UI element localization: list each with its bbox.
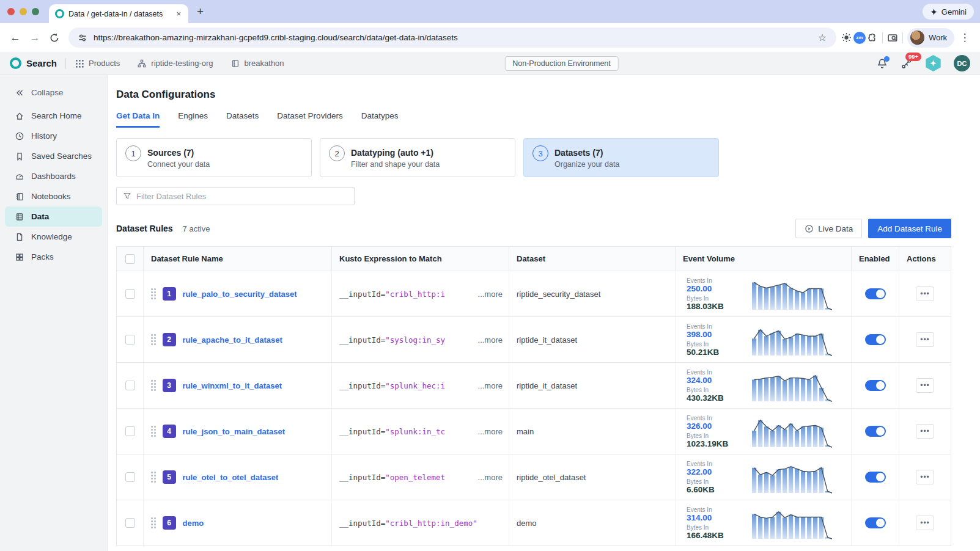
row-checkbox[interactable] (125, 335, 135, 345)
config-tab-get-data-in[interactable]: Get Data In (116, 111, 160, 128)
sidebar-item-knowledge[interactable]: Knowledge (5, 227, 102, 247)
fullscreen-window-button[interactable] (32, 8, 39, 15)
drag-handle-icon[interactable] (151, 334, 156, 345)
row-checkbox[interactable] (125, 518, 135, 528)
filter-input[interactable]: Filter Dataset Rules (116, 187, 355, 205)
sidebar-item-data[interactable]: Data (5, 206, 102, 227)
config-tab-dataset-providers[interactable]: Dataset Providers (277, 111, 342, 128)
more-link[interactable]: ...more (478, 473, 509, 482)
more-link[interactable]: ...more (478, 427, 509, 436)
drag-handle-icon[interactable] (151, 472, 156, 483)
enabled-toggle[interactable] (865, 472, 886, 483)
row-checkbox[interactable] (125, 472, 135, 482)
zoom-extension-icon[interactable]: zm (853, 32, 866, 44)
rule-name-link[interactable]: rule_palo_to_security_dataset (183, 290, 297, 299)
toolbar-divider (902, 32, 903, 43)
extension-sun-icon[interactable] (841, 32, 852, 43)
column-header[interactable]: Event Volume (675, 247, 851, 271)
gemini-button[interactable]: Gemini (923, 4, 974, 20)
sidebar-item-saved-searches[interactable]: Saved Searches (5, 146, 102, 166)
column-header[interactable]: Dataset Rule Name (143, 247, 331, 271)
browser-profile-button[interactable]: Work (907, 28, 954, 48)
column-header[interactable]: Kusto Expression to Match (331, 247, 509, 271)
rule-name-cell: 2 rule_apache_to_it_dataset (143, 317, 331, 362)
step-card[interactable]: 3 Datasets (7) Organize your data (523, 138, 719, 177)
row-checkbox[interactable] (125, 289, 135, 299)
site-settings-icon[interactable] (77, 32, 88, 43)
enabled-toggle[interactable] (865, 288, 886, 299)
enabled-toggle[interactable] (865, 380, 886, 391)
play-circle-icon (805, 224, 814, 233)
row-actions-button[interactable]: ••• (916, 378, 934, 393)
forward-button[interactable]: → (26, 29, 44, 47)
rule-name-link[interactable]: rule_apache_to_it_dataset (183, 335, 282, 345)
column-header[interactable]: Dataset (509, 247, 675, 271)
step-card[interactable]: 2 Datatyping (auto +1) Filter and shape … (320, 138, 515, 177)
rule-name-link[interactable]: demo (183, 519, 204, 528)
row-checkbox[interactable] (125, 381, 135, 390)
drag-handle-icon[interactable] (151, 517, 156, 528)
rule-name-link[interactable]: rule_winxml_to_it_dataset (183, 381, 282, 390)
events-in-label: Events In (687, 461, 743, 467)
browser-menu-button[interactable]: ⋮ (956, 29, 974, 47)
select-all-checkbox[interactable] (125, 254, 135, 264)
url-bar[interactable]: https://breakathon-amazing-mirzakhani-gc… (68, 27, 836, 48)
enabled-toggle[interactable] (865, 426, 886, 437)
row-actions-button[interactable]: ••• (916, 470, 934, 484)
rule-name-link[interactable]: rule_json_to_main_dataset (183, 427, 286, 436)
column-header[interactable]: Actions (899, 247, 951, 271)
url-text[interactable]: https://breakathon-amazing-mirzakhani-gc… (94, 33, 811, 42)
header-nav-item-products[interactable]: Products (75, 59, 120, 68)
updates-button[interactable]: 99+ (901, 57, 913, 70)
enabled-cell (851, 409, 899, 454)
add-dataset-rule-button[interactable]: Add Dataset Rule (868, 219, 951, 238)
app-header: Search Products riptide-testing-org brea… (0, 52, 980, 75)
config-tab-datatypes[interactable]: Datatypes (361, 111, 399, 128)
close-window-button[interactable] (7, 8, 15, 15)
new-tab-button[interactable]: + (188, 5, 212, 18)
column-header[interactable]: Enabled (851, 247, 899, 271)
row-checkbox[interactable] (125, 426, 135, 436)
drag-handle-icon[interactable] (151, 380, 156, 391)
tab-close-icon[interactable]: × (174, 9, 183, 18)
header-nav-item-riptide-testing-org[interactable]: riptide-testing-org (137, 59, 213, 68)
sidebar-item-search-home[interactable]: Search Home (5, 106, 102, 126)
browser-tab[interactable]: Data / get-data-in / datasets × (49, 4, 188, 23)
live-data-button[interactable]: Live Data (795, 219, 862, 238)
row-actions-button[interactable]: ••• (916, 424, 934, 439)
notifications-bell-button[interactable] (876, 57, 888, 70)
extensions-puzzle-icon[interactable] (867, 32, 878, 43)
more-link[interactable]: ...more (478, 290, 509, 299)
bookmark-star-icon[interactable]: ☆ (817, 32, 828, 43)
actions-cell: ••• (899, 271, 951, 316)
sidebar-item-notebooks[interactable]: Notebooks (5, 186, 102, 206)
app-brand[interactable]: Search (10, 57, 57, 69)
row-actions-button[interactable]: ••• (916, 516, 934, 530)
config-tab-datasets[interactable]: Datasets (226, 111, 259, 128)
sidebar-item-dashboards[interactable]: Dashboards (5, 166, 102, 186)
history-icon (15, 131, 24, 141)
ai-assistant-button[interactable] (925, 55, 941, 71)
sidebar-item-packs[interactable]: Packs (5, 247, 102, 267)
drag-handle-icon[interactable] (151, 288, 156, 299)
more-link[interactable]: ...more (478, 381, 509, 390)
tab-search-icon[interactable] (887, 32, 898, 43)
row-actions-button[interactable]: ••• (916, 332, 934, 347)
rule-name-link[interactable]: rule_otel_to_otel_dataset (183, 473, 279, 482)
reload-button[interactable] (45, 29, 64, 47)
more-link[interactable]: ...more (478, 335, 509, 345)
enabled-toggle[interactable] (865, 517, 886, 528)
step-card[interactable]: 1 Sources (7) Connect your data (116, 138, 312, 177)
header-nav-item-breakathon[interactable]: breakathon (230, 59, 284, 68)
enabled-toggle[interactable] (865, 334, 886, 345)
row-actions-button[interactable]: ••• (916, 286, 934, 301)
back-button[interactable]: ← (6, 29, 24, 47)
cribl-favicon (55, 9, 64, 18)
sidebar-item-history[interactable]: History (5, 126, 102, 146)
sidebar-collapse-button[interactable]: Collapse (5, 82, 102, 103)
drag-handle-icon[interactable] (151, 426, 156, 437)
events-in-label: Events In (687, 323, 743, 330)
minimize-window-button[interactable] (20, 8, 27, 15)
config-tab-engines[interactable]: Engines (178, 111, 208, 128)
user-avatar[interactable]: DC (954, 55, 970, 71)
